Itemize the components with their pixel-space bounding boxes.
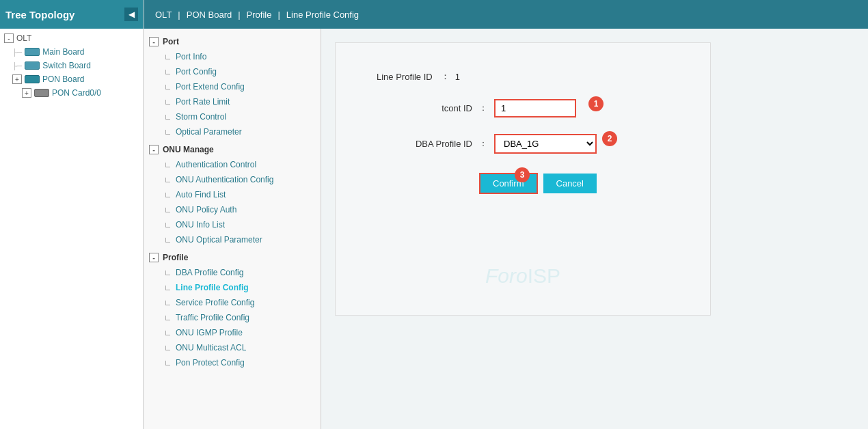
menu-item-port-extend-config[interactable]: Port Extend Config bbox=[144, 79, 321, 94]
tree-header: Tree Topology ◀ bbox=[0, 0, 144, 29]
menu-item-dba-profile-config[interactable]: DBA Profile Config bbox=[144, 265, 321, 280]
menu-item-onu-igmp-profile[interactable]: ONU IGMP Profile bbox=[144, 325, 321, 340]
step2-badge: 2 bbox=[602, 131, 617, 146]
breadcrumb-profile: Profile bbox=[247, 10, 272, 20]
step1-badge: 1 bbox=[588, 96, 603, 111]
menu-item-line-profile-config[interactable]: Line Profile Config bbox=[144, 280, 321, 295]
menu-item-onu-auth-config[interactable]: ONU Authentication Config bbox=[144, 172, 321, 187]
pon-board-label: PON Board bbox=[42, 74, 84, 84]
breadcrumb-olt: OLT bbox=[155, 10, 172, 20]
olt-expand-icon: - bbox=[4, 33, 14, 43]
line-profile-id-label: Line Profile ID bbox=[377, 72, 433, 82]
main-layout: - OLT ├─ Main Board ├─ Switch Board + PO… bbox=[0, 29, 868, 429]
step3-badge: 3 bbox=[515, 167, 530, 182]
breadcrumb-sep3: | bbox=[277, 10, 280, 20]
onu-section-toggle: - bbox=[149, 145, 159, 154]
sidebar-item-olt[interactable]: - OLT bbox=[0, 31, 143, 45]
breadcrumb-line-profile-config: Line Profile Config bbox=[286, 10, 359, 20]
menu-item-optical-parameter[interactable]: Optical Parameter bbox=[144, 124, 321, 139]
tcont-id-label: tcont ID bbox=[377, 103, 472, 113]
line-profile-id-colon: ： bbox=[441, 70, 450, 83]
onu-manage-section: - ONU Manage Authentication Control ONU … bbox=[144, 142, 321, 247]
main-board-label: Main Board bbox=[42, 47, 84, 57]
port-section-label: Port bbox=[163, 37, 179, 46]
menu-item-auth-control[interactable]: Authentication Control bbox=[144, 157, 321, 172]
tcont-id-input[interactable] bbox=[494, 99, 576, 117]
content-panel: Line Profile ID ： 1 tcont ID ： 1 DBA Pro… bbox=[321, 29, 868, 429]
main-board-icon bbox=[25, 48, 40, 56]
switch-board-label: Switch Board bbox=[42, 61, 91, 70]
sidebar-item-main-board[interactable]: ├─ Main Board bbox=[0, 45, 143, 59]
pon-board-icon bbox=[25, 75, 40, 83]
watermark: Foro I SP bbox=[485, 264, 560, 288]
breadcrumb-pon-board: PON Board bbox=[187, 10, 232, 20]
tcont-id-row: tcont ID ： 1 bbox=[377, 99, 669, 117]
sidebar-item-pon-board[interactable]: + PON Board bbox=[0, 72, 143, 86]
tree-title: Tree Topology bbox=[5, 9, 74, 20]
middle-panel: - Port Port Info Port Config Port Extend… bbox=[144, 29, 321, 429]
sidebar-item-pon-card[interactable]: + PON Card0/0 bbox=[0, 86, 143, 100]
tcont-id-colon: ： bbox=[479, 102, 487, 114]
onu-section-label: ONU Manage bbox=[163, 145, 214, 154]
menu-item-onu-info-list[interactable]: ONU Info List bbox=[144, 217, 321, 232]
profile-section-header[interactable]: - Profile bbox=[144, 250, 321, 265]
menu-item-storm-control[interactable]: Storm Control bbox=[144, 109, 321, 124]
form-container: Line Profile ID ： 1 tcont ID ： 1 DBA Pro… bbox=[335, 42, 711, 316]
profile-section-label: Profile bbox=[163, 253, 188, 262]
dba-profile-id-select[interactable]: DBA_1G DBA_100M DBA_10M bbox=[494, 134, 597, 154]
dba-profile-id-row: DBA Profile ID ： DBA_1G DBA_100M DBA_10M… bbox=[377, 134, 669, 154]
menu-item-port-config[interactable]: Port Config bbox=[144, 64, 321, 79]
profile-section: - Profile DBA Profile Config Line Profil… bbox=[144, 250, 321, 370]
buttons-row: Confirm Cancel 3 bbox=[377, 173, 669, 194]
menu-item-port-rate-limit[interactable]: Port Rate Limit bbox=[144, 94, 321, 109]
port-section-toggle: - bbox=[149, 37, 159, 46]
menu-item-onu-policy-auth[interactable]: ONU Policy Auth bbox=[144, 202, 321, 217]
pon-card-label: PON Card0/0 bbox=[52, 88, 101, 98]
menu-item-onu-multicast-acl[interactable]: ONU Multicast ACL bbox=[144, 340, 321, 355]
cancel-button[interactable]: Cancel bbox=[543, 174, 597, 193]
olt-label: OLT bbox=[16, 33, 31, 43]
menu-item-auto-find-list[interactable]: Auto Find List bbox=[144, 187, 321, 202]
pon-card-expand-icon: + bbox=[22, 88, 31, 98]
sidebar-item-switch-board[interactable]: ├─ Switch Board bbox=[0, 59, 143, 72]
switch-board-connector: ├─ bbox=[12, 62, 22, 70]
breadcrumb-sep2: | bbox=[238, 10, 240, 20]
dba-profile-id-colon: ： bbox=[479, 138, 487, 150]
pon-board-expand-icon: + bbox=[12, 74, 22, 84]
breadcrumb-sep1: | bbox=[178, 10, 180, 20]
line-profile-id-row: Line Profile ID ： 1 bbox=[377, 70, 669, 83]
main-board-connector: ├─ bbox=[12, 49, 22, 56]
onu-section-header[interactable]: - ONU Manage bbox=[144, 142, 321, 157]
line-profile-id-value: 1 bbox=[455, 72, 460, 82]
pon-card-icon bbox=[34, 89, 49, 97]
top-bar: Tree Topology ◀ OLT | PON Board | Profil… bbox=[0, 0, 868, 29]
switch-board-icon bbox=[25, 61, 40, 70]
menu-item-pon-protect-config[interactable]: Pon Protect Config bbox=[144, 355, 321, 370]
breadcrumb: OLT | PON Board | Profile | Line Profile… bbox=[144, 0, 868, 29]
port-section: - Port Port Info Port Config Port Extend… bbox=[144, 34, 321, 139]
menu-item-traffic-profile-config[interactable]: Traffic Profile Config bbox=[144, 310, 321, 325]
sidebar-tree: - OLT ├─ Main Board ├─ Switch Board + PO… bbox=[0, 29, 144, 429]
profile-section-toggle: - bbox=[149, 253, 159, 262]
menu-item-service-profile-config[interactable]: Service Profile Config bbox=[144, 295, 321, 310]
menu-item-port-info[interactable]: Port Info bbox=[144, 49, 321, 64]
tree-collapse-button[interactable]: ◀ bbox=[124, 8, 138, 21]
dba-profile-id-label: DBA Profile ID bbox=[377, 139, 472, 149]
port-section-header[interactable]: - Port bbox=[144, 34, 321, 49]
menu-item-onu-optical-parameter[interactable]: ONU Optical Parameter bbox=[144, 232, 321, 247]
